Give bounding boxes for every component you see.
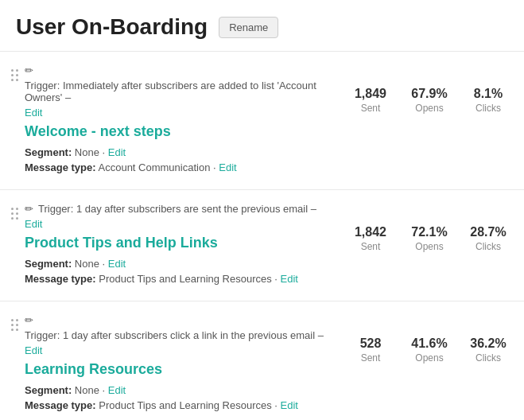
segment-edit-link[interactable]: Edit bbox=[108, 384, 126, 396]
clicks-label: Clicks bbox=[468, 103, 508, 114]
sent-label: Sent bbox=[351, 241, 390, 252]
message-type-value: Account Communication · bbox=[99, 161, 219, 173]
drag-handle[interactable] bbox=[8, 204, 25, 220]
message-type-value: Product Tips and Learning Resources · bbox=[99, 273, 280, 285]
clicks-value: 36.2% bbox=[468, 336, 508, 351]
segment-value: None · bbox=[75, 384, 108, 396]
opens-label: Opens bbox=[409, 103, 449, 114]
sent-value: 1,842 bbox=[351, 225, 390, 239]
page-title: User On-Boarding bbox=[16, 14, 208, 40]
sent-label: Sent bbox=[351, 352, 390, 364]
trigger-line: ✏ Trigger: 1 day after subscribers are s… bbox=[25, 203, 335, 230]
opens-value: 67.9% bbox=[409, 87, 449, 101]
clicks-label: Clicks bbox=[468, 241, 508, 252]
automation-list: ✏ Trigger: Immediately after subscribers… bbox=[0, 52, 524, 420]
message-type-edit-link[interactable]: Edit bbox=[219, 161, 236, 173]
email-name[interactable]: Learning Resources bbox=[25, 361, 335, 378]
sent-label: Sent bbox=[351, 103, 390, 114]
opens-value: 72.1% bbox=[409, 225, 449, 239]
trigger-edit-link[interactable]: Edit bbox=[25, 344, 42, 356]
pencil-icon: ✏ bbox=[25, 64, 33, 76]
segment-line: Segment: None · Edit bbox=[25, 384, 335, 396]
opens-label: Opens bbox=[409, 352, 449, 364]
trigger-line: ✏ Trigger: 1 day after subscribers click… bbox=[25, 314, 335, 356]
rename-button[interactable]: Rename bbox=[219, 17, 278, 38]
message-type-edit-link[interactable]: Edit bbox=[281, 399, 298, 411]
sent-stat: 528 Sent bbox=[351, 336, 390, 364]
drag-handle[interactable] bbox=[8, 316, 25, 331]
automation-item: ✏ Trigger: Immediately after subscribers… bbox=[0, 52, 524, 190]
segment-label: Segment: bbox=[25, 258, 72, 270]
clicks-value: 8.1% bbox=[468, 87, 508, 101]
opens-stat: 41.6% Opens bbox=[409, 336, 449, 364]
drag-handle[interactable] bbox=[8, 66, 25, 81]
message-type-label: Message type: bbox=[25, 399, 96, 411]
segment-line: Segment: None · Edit bbox=[25, 146, 335, 158]
sent-stat: 1,842 Sent bbox=[351, 225, 390, 252]
opens-label: Opens bbox=[409, 241, 449, 252]
stats: 1,849 Sent 67.9% Opens 8.1% Clicks bbox=[335, 87, 508, 114]
message-type-label: Message type: bbox=[25, 273, 96, 285]
message-type-label: Message type: bbox=[25, 161, 96, 173]
stats: 528 Sent 41.6% Opens 36.2% Clicks bbox=[335, 336, 508, 364]
pencil-icon: ✏ bbox=[25, 203, 33, 215]
segment-edit-link[interactable]: Edit bbox=[108, 258, 126, 270]
segment-edit-link[interactable]: Edit bbox=[108, 146, 126, 158]
opens-value: 41.6% bbox=[409, 336, 449, 351]
clicks-value: 28.7% bbox=[468, 225, 508, 239]
trigger-text: Trigger: Immediately after subscribers a… bbox=[25, 80, 335, 103]
trigger-line: ✏ Trigger: Immediately after subscribers… bbox=[25, 64, 335, 119]
email-name[interactable]: Welcome - next steps bbox=[25, 123, 335, 140]
trigger-edit-link[interactable]: Edit bbox=[25, 218, 42, 230]
email-name[interactable]: Product Tips and Help Links bbox=[25, 235, 335, 251]
sent-stat: 1,849 Sent bbox=[351, 87, 390, 114]
opens-stat: 72.1% Opens bbox=[409, 225, 449, 252]
stats: 1,842 Sent 72.1% Opens 28.7% Clicks bbox=[335, 225, 508, 252]
segment-line: Segment: None · Edit bbox=[25, 258, 335, 270]
clicks-stat: 28.7% Clicks bbox=[468, 225, 508, 252]
message-type-line: Message type: Product Tips and Learning … bbox=[25, 399, 335, 411]
pencil-icon: ✏ bbox=[25, 314, 33, 326]
segment-label: Segment: bbox=[25, 146, 72, 158]
sent-value: 528 bbox=[351, 336, 390, 351]
trigger-text: Trigger: 1 day after subscribers are sen… bbox=[38, 203, 316, 215]
trigger-text: Trigger: 1 day after subscribers click a… bbox=[25, 329, 324, 341]
automation-item: ✏ Trigger: 1 day after subscribers are s… bbox=[0, 190, 524, 301]
opens-stat: 67.9% Opens bbox=[409, 87, 449, 114]
message-type-edit-link[interactable]: Edit bbox=[281, 273, 298, 285]
sent-value: 1,849 bbox=[351, 87, 390, 101]
automation-item: ✏ Trigger: 1 day after subscribers click… bbox=[0, 301, 524, 420]
clicks-stat: 36.2% Clicks bbox=[468, 336, 508, 364]
trigger-edit-link[interactable]: Edit bbox=[25, 107, 42, 119]
segment-value: None · bbox=[75, 258, 108, 270]
clicks-stat: 8.1% Clicks bbox=[468, 87, 508, 114]
message-type-line: Message type: Product Tips and Learning … bbox=[25, 273, 335, 285]
segment-label: Segment: bbox=[25, 384, 72, 396]
clicks-label: Clicks bbox=[468, 352, 508, 364]
message-type-value: Product Tips and Learning Resources · bbox=[99, 399, 280, 411]
segment-value: None · bbox=[75, 146, 108, 158]
message-type-line: Message type: Account Communication · Ed… bbox=[25, 161, 335, 173]
